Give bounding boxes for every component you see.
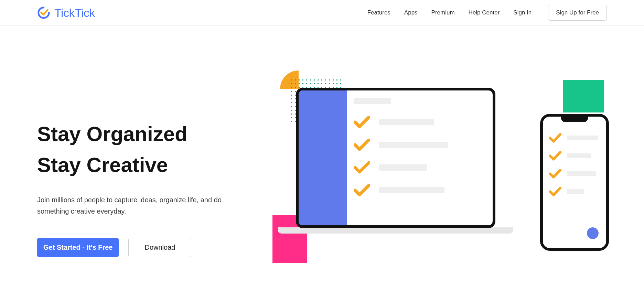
primary-nav: Features Apps Premium Help Center Sign I… — [367, 5, 607, 21]
list-item — [354, 161, 489, 174]
check-icon — [354, 184, 370, 196]
phone-notch — [561, 117, 588, 122]
placeholder-bar — [567, 153, 591, 158]
nav-features[interactable]: Features — [367, 9, 390, 16]
placeholder-bar — [567, 189, 584, 194]
placeholder-bar — [567, 136, 598, 140]
check-icon — [549, 151, 561, 161]
list-item — [549, 187, 603, 196]
hero-buttons: Get Started - It's Free Download — [37, 238, 257, 257]
check-icon — [549, 169, 561, 179]
list-item — [354, 116, 489, 128]
decor-green-square — [563, 80, 604, 112]
list-item — [354, 139, 489, 151]
nav-apps[interactable]: Apps — [404, 9, 418, 16]
laptop-sidebar — [299, 90, 347, 225]
check-icon — [354, 161, 370, 174]
list-item — [549, 151, 603, 161]
hero-illustration — [271, 71, 607, 263]
laptop-illustration — [296, 88, 495, 228]
phone-fab — [587, 227, 599, 239]
placeholder-bar — [379, 119, 434, 125]
nav-help-center[interactable]: Help Center — [469, 9, 500, 16]
site-header: TickTick Features Apps Premium Help Cent… — [0, 0, 644, 26]
placeholder-bar — [379, 164, 427, 171]
ticktick-logo-icon — [37, 6, 50, 19]
laptop-base — [278, 227, 513, 234]
check-icon — [549, 133, 561, 143]
brand-name: TickTick — [54, 6, 95, 20]
get-started-button[interactable]: Get Started - It's Free — [37, 238, 119, 257]
placeholder-bar — [567, 171, 596, 176]
laptop-content — [354, 98, 489, 207]
brand-logo[interactable]: TickTick — [37, 6, 95, 20]
hero-subtitle: Join millions of people to capture ideas… — [37, 194, 244, 217]
nav-premium[interactable]: Premium — [431, 9, 455, 16]
check-icon — [354, 116, 370, 128]
list-item — [549, 133, 603, 143]
phone-content — [549, 133, 603, 205]
check-icon — [549, 187, 561, 196]
placeholder-bar — [379, 187, 444, 193]
check-icon — [354, 139, 370, 151]
download-button[interactable]: Download — [128, 238, 191, 257]
hero-section: Stay Organized Stay Creative Join millio… — [0, 26, 644, 277]
placeholder-bar — [379, 142, 448, 148]
hero-copy: Stay Organized Stay Creative Join millio… — [37, 71, 257, 257]
phone-illustration — [540, 114, 609, 251]
list-item — [354, 184, 489, 196]
hero-title: Stay Organized Stay Creative — [37, 119, 257, 181]
placeholder-bar — [354, 98, 391, 104]
sign-up-button[interactable]: Sign Up for Free — [548, 5, 607, 21]
nav-sign-in[interactable]: Sign In — [513, 9, 532, 16]
list-item — [549, 169, 603, 179]
